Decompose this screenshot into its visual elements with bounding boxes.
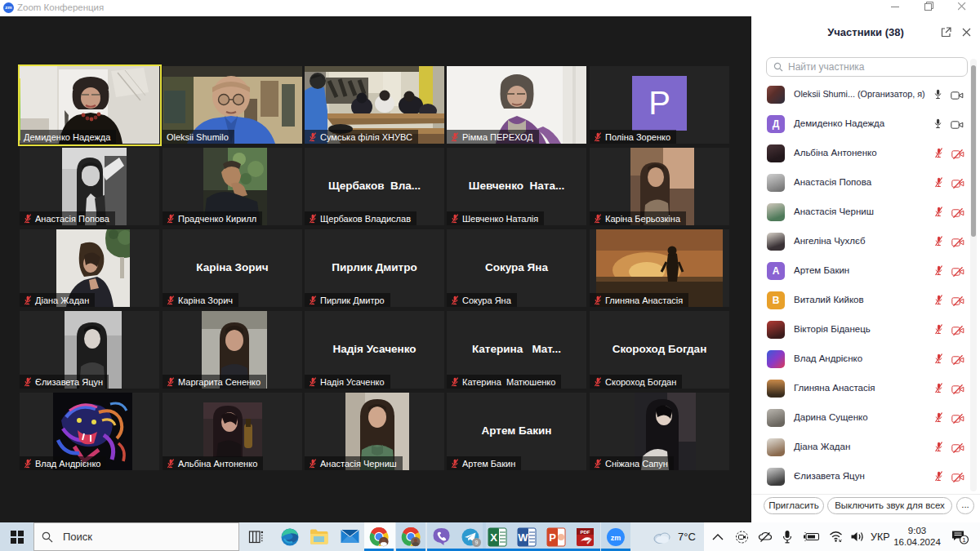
svg-text:zm: zm: [611, 534, 621, 542]
svg-text:W: W: [518, 531, 528, 544]
svg-text:P: P: [549, 531, 556, 544]
svg-text:9: 9: [475, 540, 479, 545]
svg-text:PDF: PDF: [581, 530, 590, 535]
svg-text:X: X: [490, 531, 497, 544]
svg-text:1: 1: [962, 536, 966, 544]
